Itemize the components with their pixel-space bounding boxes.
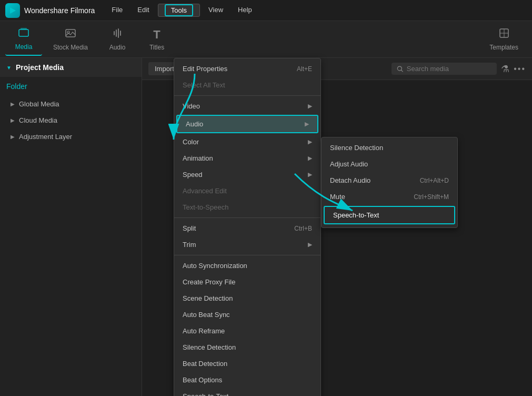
menu-color[interactable]: Color ▶ xyxy=(174,134,320,150)
title-bar: Wondershare Filmora File Edit Tools View… xyxy=(0,0,532,21)
sidebar-item-label: Global Media xyxy=(19,100,59,108)
tab-stock-media[interactable]: Stock Media xyxy=(45,23,96,55)
sidebar: ▼ Project Media Folder ▶ Global Media ▶ … xyxy=(0,58,142,396)
submenu-arrow-icon: ▶ xyxy=(305,121,309,127)
menu-edit-properties[interactable]: Edit Properties Alt+E xyxy=(174,61,320,77)
submenu-arrow-icon: ▶ xyxy=(308,241,312,248)
search-bar[interactable] xyxy=(392,63,497,75)
svg-rect-1 xyxy=(19,29,28,36)
menu-create-proxy-file[interactable]: Create Proxy File xyxy=(174,274,320,290)
menu-animation[interactable]: Animation ▶ xyxy=(174,150,320,166)
menu-auto-reframe[interactable]: Auto Reframe xyxy=(174,323,320,339)
menu-speed[interactable]: Speed ▶ xyxy=(174,166,320,183)
content-area: Import Folder ⚗ ••• Edit Properties Alt+… xyxy=(142,58,532,396)
menu-beat-options[interactable]: Beat Options xyxy=(174,372,320,388)
menu-text-to-speech: Text-to-Speech xyxy=(174,199,320,215)
media-icon xyxy=(18,27,29,41)
sidebar-project-media-header[interactable]: ▼ Project Media xyxy=(0,58,142,77)
tools-active-label: Tools xyxy=(165,4,193,16)
app-logo-icon xyxy=(5,3,20,18)
submenu-mute[interactable]: Mute Ctrl+Shift+M xyxy=(322,189,457,205)
titles-icon: T xyxy=(153,28,160,42)
sidebar-item-cloud-media[interactable]: ▶ Cloud Media xyxy=(0,112,142,128)
tab-stock-media-label: Stock Media xyxy=(53,44,88,51)
chevron-down-icon: ▼ xyxy=(6,65,12,71)
menu-scene-detection[interactable]: Scene Detection xyxy=(174,290,320,306)
menu-advanced-edit: Advanced Edit xyxy=(174,183,320,199)
search-input[interactable] xyxy=(407,65,491,73)
submenu-arrow-icon: ▶ xyxy=(308,155,312,162)
chevron-right-icon: ▶ xyxy=(11,134,15,140)
divider-2 xyxy=(174,217,320,218)
menu-split[interactable]: Split Ctrl+B xyxy=(174,220,320,236)
svg-marker-0 xyxy=(10,7,16,14)
chevron-right-icon: ▶ xyxy=(11,101,15,107)
app-name: Wondershare Filmora xyxy=(24,6,95,15)
tab-media[interactable]: Media xyxy=(5,23,42,56)
audio-submenu: Silence Detection Adjust Audio Detach Au… xyxy=(321,137,458,228)
sidebar-folder-label: Folder xyxy=(0,77,142,96)
toolbar-right: Templates xyxy=(481,23,527,55)
search-icon xyxy=(397,65,404,73)
tools-dropdown: Edit Properties Alt+E Select All Text Vi… xyxy=(174,58,321,396)
submenu-arrow-icon: ▶ xyxy=(308,103,312,110)
tab-audio-label: Audio xyxy=(109,44,126,51)
submenu-speech-to-text[interactable]: Speech-to-Text xyxy=(324,206,455,224)
menu-bar: File Edit Tools View Help xyxy=(105,4,258,17)
sidebar-item-label: Cloud Media xyxy=(19,116,57,124)
sidebar-item-label: Adjustment Layer xyxy=(19,133,72,141)
submenu-silence-detection[interactable]: Silence Detection xyxy=(322,140,457,156)
main-content: ▼ Project Media Folder ▶ Global Media ▶ … xyxy=(0,58,532,396)
audio-icon xyxy=(112,27,123,42)
menu-trim[interactable]: Trim ▶ xyxy=(174,236,320,253)
submenu-detach-audio[interactable]: Detach Audio Ctrl+Alt+D xyxy=(322,172,457,189)
menu-speech-to-text-main[interactable]: Speech-to-Text xyxy=(174,388,320,396)
menu-help[interactable]: Help xyxy=(232,4,258,17)
menu-beat-detection[interactable]: Beat Detection xyxy=(174,355,320,372)
tab-audio[interactable]: Audio xyxy=(99,23,136,55)
menu-auto-synchronization[interactable]: Auto Synchronization xyxy=(174,258,320,274)
sidebar-item-adjustment-layer[interactable]: ▶ Adjustment Layer xyxy=(0,128,142,145)
sidebar-section-title: Project Media xyxy=(16,63,64,72)
chevron-right-icon: ▶ xyxy=(11,117,15,123)
templates-icon xyxy=(498,27,510,42)
menu-view[interactable]: View xyxy=(202,4,229,17)
stock-media-icon xyxy=(65,27,76,42)
topbar-actions: ⚗ ••• xyxy=(392,63,526,75)
submenu-arrow-icon: ▶ xyxy=(308,138,312,145)
menu-edit[interactable]: Edit xyxy=(131,4,155,17)
menu-tools[interactable]: Tools xyxy=(158,4,200,17)
menu-silence-detection[interactable]: Silence Detection xyxy=(174,339,320,355)
menu-auto-beat-sync[interactable]: Auto Beat Sync xyxy=(174,306,320,323)
menu-video[interactable]: Video ▶ xyxy=(174,98,320,114)
svg-rect-2 xyxy=(21,28,27,29)
submenu-arrow-icon: ▶ xyxy=(308,171,312,178)
submenu-adjust-audio[interactable]: Adjust Audio xyxy=(322,156,457,172)
tab-titles-label: Titles xyxy=(149,44,164,51)
app-logo: Wondershare Filmora xyxy=(5,3,95,18)
tab-templates[interactable]: Templates xyxy=(481,23,527,55)
tab-templates-label: Templates xyxy=(489,44,518,51)
sidebar-item-global-media[interactable]: ▶ Global Media xyxy=(0,96,142,112)
svg-line-9 xyxy=(401,70,403,72)
tab-media-label: Media xyxy=(15,43,33,51)
menu-file[interactable]: File xyxy=(105,4,129,17)
toolbar: Media Stock Media Audio T Titles xyxy=(0,21,532,58)
divider-3 xyxy=(174,255,320,255)
menu-audio[interactable]: Audio ▶ xyxy=(176,115,318,133)
menu-select-all-text: Select All Text xyxy=(174,77,320,93)
tab-titles[interactable]: T Titles xyxy=(138,24,175,55)
divider-1 xyxy=(174,95,320,96)
filter-icon[interactable]: ⚗ xyxy=(501,63,509,75)
more-options-icon[interactable]: ••• xyxy=(514,64,526,74)
